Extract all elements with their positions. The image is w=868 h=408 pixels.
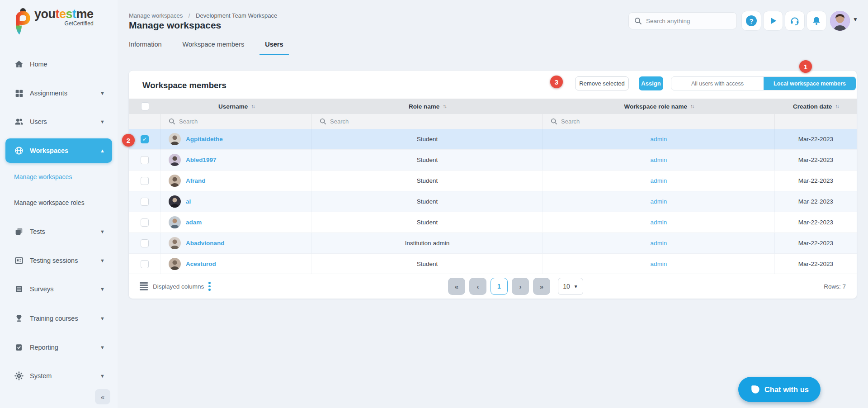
sort-icon[interactable]: ↑↓: [251, 104, 255, 109]
account-menu-chevron-icon[interactable]: ▼: [853, 16, 858, 23]
breadcrumb-current: Development Team Workspace: [196, 12, 277, 19]
row-checkbox-checked[interactable]: ✓: [141, 135, 149, 143]
row-checkbox[interactable]: [141, 177, 149, 185]
video-tutorials-button[interactable]: [763, 11, 783, 31]
username-filter-input[interactable]: [179, 118, 286, 125]
sidebar-item-surveys[interactable]: Surveys ▼: [0, 279, 118, 299]
table-row[interactable]: Afrand Student admin Mar-22-2023: [129, 171, 857, 191]
next-page-button[interactable]: ›: [512, 278, 529, 295]
more-options-icon[interactable]: [208, 282, 211, 291]
chevron-down-icon: ▼: [100, 345, 105, 350]
sort-icon[interactable]: ↑↓: [443, 104, 446, 109]
sidebar-item-manage-workspace-roles[interactable]: Manage workspace roles: [0, 194, 118, 212]
toggle-local-workspace-members[interactable]: Local workspace members: [764, 77, 856, 90]
search-input[interactable]: [646, 18, 731, 24]
sort-icon[interactable]: ↑↓: [690, 104, 694, 109]
sidebar-item-system[interactable]: System ▼: [0, 366, 118, 386]
sidebar-item-workspaces[interactable]: Workspaces ▲: [0, 141, 118, 161]
sidebar-item-tests[interactable]: Tests ▼: [0, 222, 118, 242]
column-header-creation-date[interactable]: Creation date↑↓: [775, 99, 857, 114]
row-checkbox[interactable]: [141, 198, 149, 206]
username-filter[interactable]: [161, 114, 312, 129]
select-all-checkbox[interactable]: [141, 102, 149, 110]
sidebar-item-training-courses[interactable]: Training courses ▼: [0, 308, 118, 328]
sort-icon[interactable]: ↑↓: [835, 104, 839, 109]
column-header-workspace-role-name[interactable]: Workspace role name↑↓: [543, 99, 775, 114]
row-checkbox[interactable]: [141, 260, 149, 268]
workspace-role-link[interactable]: admin: [651, 177, 667, 184]
assign-button[interactable]: Assign: [639, 76, 663, 90]
collapse-icon: «: [101, 393, 104, 401]
table-row[interactable]: Acesturod Student admin Mar-22-2023: [129, 254, 857, 275]
username-link[interactable]: Abadvionand: [186, 240, 225, 247]
workspace-role-link[interactable]: admin: [651, 219, 667, 226]
app-logo[interactable]: youtestme GetCertified: [12, 7, 94, 35]
column-header-username[interactable]: Username↑↓: [161, 99, 312, 114]
table-row[interactable]: Abadvionand Institution admin admin Mar-…: [129, 233, 857, 254]
displayed-columns-label: Displayed columns: [153, 283, 204, 290]
creation-date: Mar-22-2023: [798, 198, 833, 205]
chevron-down-icon: ▼: [100, 316, 105, 321]
trophy-icon: [14, 313, 24, 323]
sidebar-item-testing-sessions[interactable]: Testing sessions ▼: [0, 251, 118, 270]
current-page-button[interactable]: 1: [491, 278, 508, 295]
sidebar-collapse-button[interactable]: «: [95, 389, 110, 404]
sidebar-item-label: Testing sessions: [30, 257, 78, 264]
surveys-icon: [14, 284, 24, 294]
page-size-select[interactable]: 10 ▼: [558, 278, 583, 295]
table-row[interactable]: adam Student admin Mar-22-2023: [129, 212, 857, 233]
last-page-button[interactable]: »: [533, 278, 550, 295]
table-filter-row: [129, 114, 857, 129]
remove-selected-button[interactable]: Remove selected: [575, 76, 629, 90]
username-link[interactable]: adam: [186, 219, 202, 226]
sidebar-item-label: Tests: [30, 228, 45, 235]
username-link[interactable]: Agpitaidethe: [186, 136, 223, 142]
chevron-down-icon: ▼: [100, 258, 105, 263]
sidebar-item-assignments[interactable]: Assignments ▼: [0, 83, 118, 103]
columns-icon: [140, 282, 148, 290]
row-checkbox[interactable]: [141, 239, 149, 247]
toggle-all-users-with-access[interactable]: All users with access: [671, 77, 764, 90]
table-row[interactable]: al Student admin Mar-22-2023: [129, 191, 857, 212]
sidebar-item-home[interactable]: Home: [0, 54, 118, 74]
breadcrumb-parent-link[interactable]: Manage workspaces: [129, 12, 183, 19]
users-icon: [14, 117, 24, 127]
role-name-filter-input[interactable]: [330, 118, 497, 125]
chat-with-us-button[interactable]: Chat with us: [738, 377, 821, 402]
row-checkbox[interactable]: [141, 218, 149, 227]
username-link[interactable]: Acesturod: [186, 261, 216, 267]
sidebar-item-reporting[interactable]: Reporting ▼: [0, 337, 118, 357]
workspace-role-link[interactable]: admin: [651, 261, 667, 267]
workspace-role-link[interactable]: admin: [651, 157, 667, 163]
row-checkbox[interactable]: [141, 156, 149, 164]
global-search[interactable]: [628, 12, 737, 29]
help-button[interactable]: ?: [741, 11, 761, 31]
tab-information[interactable]: Information: [129, 40, 162, 55]
tab-users[interactable]: Users: [265, 40, 283, 55]
username-link[interactable]: Abled1997: [186, 157, 217, 163]
table-row[interactable]: ✓ Agpitaidethe Student admin Mar-22-2023: [129, 129, 857, 150]
notifications-button[interactable]: [807, 11, 826, 31]
member-avatar: [169, 133, 181, 145]
workspace-role-filter-input[interactable]: [561, 118, 729, 125]
displayed-columns-button[interactable]: Displayed columns: [140, 282, 204, 290]
play-icon: [768, 16, 778, 26]
workspace-role-filter[interactable]: [543, 114, 775, 129]
role-name-filter[interactable]: [312, 114, 543, 129]
previous-page-button[interactable]: ‹: [469, 278, 486, 295]
workspace-role-link[interactable]: admin: [651, 240, 667, 247]
table-row[interactable]: Abled1997 Student admin Mar-22-2023: [129, 150, 857, 171]
username-link[interactable]: Afrand: [186, 177, 206, 184]
username-link[interactable]: al: [186, 198, 191, 205]
chevron-down-icon: ▼: [100, 119, 105, 124]
tab-workspace-members[interactable]: Workspace members: [183, 40, 245, 55]
sidebar-item-users[interactable]: Users ▼: [0, 112, 118, 132]
workspace-role-link[interactable]: admin: [651, 198, 667, 205]
workspace-members-panel: Workspace members Remove selected Assign…: [128, 70, 857, 299]
sidebar-item-manage-workspaces[interactable]: Manage workspaces: [0, 168, 118, 186]
user-avatar[interactable]: [830, 11, 850, 31]
column-header-role-name[interactable]: Role name↑↓: [312, 99, 543, 114]
first-page-button[interactable]: «: [448, 278, 465, 295]
support-button[interactable]: [785, 11, 805, 31]
workspace-role-link[interactable]: admin: [651, 136, 667, 142]
